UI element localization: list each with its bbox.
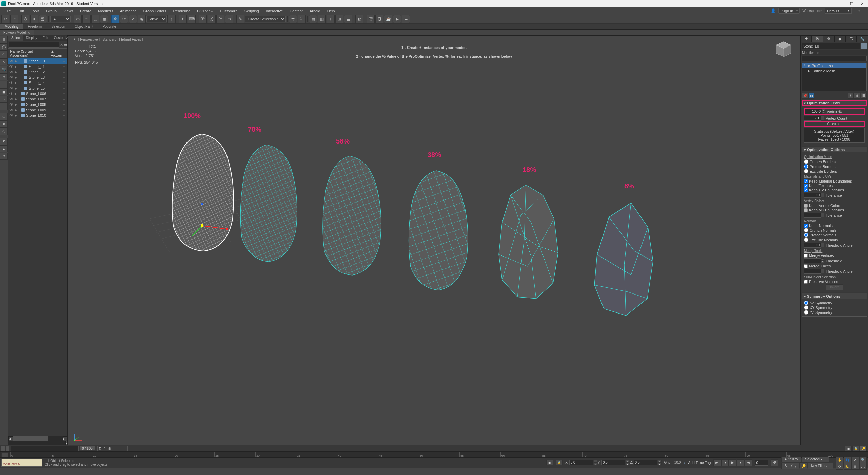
undo-button[interactable]: ↶ <box>1 15 9 23</box>
scene-item-stone_l4[interactable]: 👁◆Stone_L4▫ <box>8 80 67 86</box>
se-tab-edit[interactable]: Edit <box>40 35 51 41</box>
mini-slider[interactable] <box>11 446 79 451</box>
timeline-open-icon[interactable]: ☷ <box>1 452 8 457</box>
use-pivot-button[interactable]: ⊹ <box>167 15 176 23</box>
freeze-icon[interactable]: ▫ <box>63 64 67 69</box>
rollout-header-optimization-level[interactable]: ▾ Optimization Level <box>802 100 867 106</box>
play-button[interactable]: ▶ <box>729 459 736 466</box>
remove-modifier-button[interactable]: 🗑 <box>854 93 860 99</box>
menu-help[interactable]: Help <box>324 8 338 14</box>
modifier-list-dropdown[interactable] <box>802 56 867 61</box>
visibility-icon[interactable]: 👁 <box>9 86 13 90</box>
vertex-percent-input[interactable] <box>805 109 822 114</box>
visibility-icon[interactable]: 👁 <box>9 75 13 79</box>
select-place-button[interactable]: ◉ <box>138 15 146 23</box>
freeze-icon[interactable]: ▫ <box>63 102 67 107</box>
key-mode-icon[interactable]: 🔑 <box>800 462 807 469</box>
menu-animation[interactable]: Animation <box>117 8 140 14</box>
minimize-button[interactable]: — <box>837 1 846 7</box>
freeze-icon[interactable]: ▫ <box>63 92 67 96</box>
set-key-big-button[interactable]: 🔑 <box>860 446 867 451</box>
menu-create[interactable]: Create <box>77 8 95 14</box>
se-bone-filter-button[interactable]: ⟂ <box>0 103 8 110</box>
se-search-clear-icon[interactable]: ✕ <box>60 43 63 47</box>
menu-scripting[interactable]: Scripting <box>241 8 262 14</box>
scene-item-stone_l008[interactable]: 👁◆Stone_L008▫ <box>8 102 67 107</box>
freeze-icon[interactable]: ▫ <box>63 70 67 74</box>
freeze-icon[interactable]: ▫ <box>63 108 67 112</box>
redo-button[interactable]: ↷ <box>10 15 18 23</box>
se-groups-filter-button[interactable]: ▣ <box>0 88 8 95</box>
layer-explorer-button[interactable]: ▤ <box>309 15 317 23</box>
xy-symmetry-radio[interactable] <box>804 305 808 310</box>
object-color-swatch[interactable] <box>861 43 867 49</box>
visibility-icon[interactable]: 👁 <box>9 102 13 107</box>
se-sync-button[interactable]: ⟳ <box>0 153 8 160</box>
se-expand-all-button[interactable]: ▼ <box>0 138 8 145</box>
pan-view-button[interactable]: ✋ <box>836 456 843 463</box>
goto-end-button[interactable]: ⏭ <box>745 459 752 466</box>
select-region-button[interactable]: ▢ <box>91 15 99 23</box>
edit-named-sel-button[interactable]: ✎ <box>236 15 244 23</box>
freeze-icon[interactable]: ▫ <box>63 81 67 85</box>
menu-interactive[interactable]: Interactive <box>262 8 287 14</box>
time-config-button[interactable]: ⏱ <box>771 459 778 466</box>
cmd-tab-modify[interactable]: 🛠 <box>812 35 823 42</box>
se-frozen-filter-button[interactable]: ❄ <box>0 120 8 128</box>
freeze-icon[interactable]: ▫ <box>63 75 67 79</box>
se-tab-select[interactable]: Select <box>8 35 23 41</box>
keyboard-shortcut-button[interactable]: ⌨ <box>188 15 196 23</box>
ribbon-tab-objectpaint[interactable]: Object Paint <box>70 24 98 29</box>
material-editor-button[interactable]: ◐ <box>355 15 363 23</box>
menu-civil-view[interactable]: Civil View <box>194 8 216 14</box>
rock-instance-4[interactable] <box>397 165 475 294</box>
freeze-icon[interactable]: ▫ <box>63 113 67 117</box>
select-scale-button[interactable]: ⤢ <box>129 15 137 23</box>
rock-instance-1[interactable] <box>163 131 241 257</box>
window-crossing-button[interactable]: ▦ <box>100 15 108 23</box>
se-view-icon[interactable]: ▭ <box>64 43 67 47</box>
toggle-ribbon-button[interactable]: ▥ <box>318 15 326 23</box>
se-scroll-right-button[interactable]: ▸ <box>63 436 67 441</box>
fov-button[interactable]: 📐 <box>844 463 851 470</box>
key-filters-button[interactable]: Key Filters... <box>808 463 833 469</box>
mirror-button[interactable]: ⇆ <box>289 15 297 23</box>
rollout-header-symmetry[interactable]: ▾ Symmetry Options <box>802 293 867 299</box>
transform-y-input[interactable] <box>601 460 625 466</box>
rock-instance-2[interactable] <box>231 141 302 267</box>
align-button[interactable]: ⫸ <box>298 15 306 23</box>
visibility-icon[interactable]: 👁 <box>9 59 13 63</box>
cmd-tab-create[interactable]: ✚ <box>801 35 812 42</box>
merge-faces-checkbox[interactable] <box>804 264 808 268</box>
percent-snap-button[interactable]: % <box>216 15 224 23</box>
cmd-tab-utilities[interactable]: 🔧 <box>857 35 868 42</box>
se-cameras-filter-button[interactable]: 📷 <box>0 66 8 73</box>
no-symmetry-radio[interactable] <box>804 301 808 305</box>
maximize-button[interactable]: ☐ <box>847 1 856 7</box>
ribbon-tab-populate[interactable]: Populate <box>98 24 121 29</box>
se-geometry-filter-button[interactable]: ◯ <box>0 43 8 51</box>
menu-tools[interactable]: Tools <box>27 8 43 14</box>
se-helpers-filter-button[interactable]: ✚ <box>0 73 8 80</box>
keep-textures-checkbox[interactable] <box>804 184 808 188</box>
cmd-tab-display[interactable]: 🖵 <box>846 35 857 42</box>
ref-coord-dropdown[interactable]: View <box>146 16 167 22</box>
rock-instance-3[interactable] <box>312 151 387 281</box>
scene-item-stone_l009[interactable]: 👁◆Stone_L009▫ <box>8 107 67 113</box>
render-now-button[interactable]: ▶ <box>393 15 401 23</box>
se-shapes-filter-button[interactable]: ◠ <box>0 51 8 58</box>
menu-file[interactable]: File <box>1 8 14 14</box>
maxscript-listener[interactable]: MAXScript Mi <box>1 459 42 467</box>
freeze-icon[interactable]: ▫ <box>63 86 67 90</box>
modifier-row-prooptimizer[interactable]: 👁▸ProOptimizer <box>802 63 866 68</box>
se-header-name[interactable]: Name (Sorted Ascending) <box>10 49 51 57</box>
configure-sets-button[interactable]: ☰ <box>861 93 867 99</box>
menu-rendering[interactable]: Rendering <box>170 8 194 14</box>
visibility-icon[interactable]: 👁 <box>9 113 13 117</box>
add-time-tag-button[interactable]: 🏷 Add Time Tag <box>684 461 711 465</box>
menu-views[interactable]: Views <box>60 8 77 14</box>
uv-tolerance-input[interactable] <box>804 193 821 198</box>
select-object-button[interactable]: ▭ <box>74 15 82 23</box>
object-name-input[interactable] <box>802 43 860 49</box>
ribbon-tab-modeling[interactable]: Modeling <box>0 24 23 29</box>
